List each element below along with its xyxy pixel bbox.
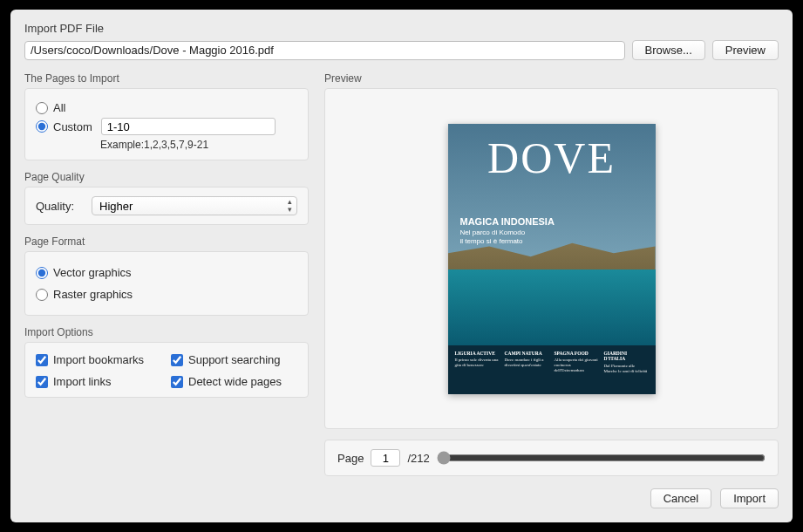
- page-slider[interactable]: [437, 451, 766, 465]
- cancel-button[interactable]: Cancel: [650, 488, 711, 508]
- pages-group: All Custom Example:1,2,3,5,7,9-21: [24, 88, 309, 160]
- file-row: Browse... Preview: [24, 40, 779, 60]
- radio-custom[interactable]: [36, 120, 48, 133]
- file-path-input[interactable]: [24, 41, 625, 60]
- page-number-input[interactable]: [371, 449, 400, 467]
- cover-tagline: MAGICA INDONESIA: [460, 216, 555, 227]
- check-wide-label: Detect wide pages: [188, 375, 282, 388]
- check-links-label: Import links: [53, 375, 111, 388]
- preview-area: DOVE MAGICA INDONESIA Nel parco di Komod…: [324, 88, 779, 429]
- custom-range-input[interactable]: [101, 118, 276, 135]
- pages-group-label: The Pages to Import: [24, 72, 309, 85]
- options-group: Import bookmarks Support searching Impor…: [24, 342, 309, 398]
- check-bookmarks-label: Import bookmarks: [53, 353, 144, 366]
- cover-thumbnail: DOVE MAGICA INDONESIA Nel parco di Komod…: [448, 124, 656, 394]
- import-pdf-dialog: Import PDF File Browse... Preview The Pa…: [10, 10, 793, 522]
- options-group-label: Import Options: [24, 326, 309, 338]
- radio-vector-label: Vector graphics: [53, 266, 132, 279]
- page-label: Page: [337, 452, 364, 465]
- page-total-label: /212: [407, 452, 429, 465]
- check-wide[interactable]: [171, 376, 183, 388]
- import-button[interactable]: Import: [720, 488, 779, 508]
- radio-all-label: All: [53, 101, 65, 114]
- quality-label: Quality:: [36, 200, 83, 213]
- footer: Cancel Import: [24, 488, 779, 508]
- range-example-label: Example:1,2,3,5,7,9-21: [100, 139, 297, 151]
- radio-raster[interactable]: [36, 289, 48, 301]
- radio-custom-label: Custom: [53, 120, 92, 133]
- check-links[interactable]: [36, 376, 48, 388]
- cover-title: DOVE: [448, 133, 656, 183]
- dialog-title: Import PDF File: [24, 22, 779, 35]
- radio-all[interactable]: [36, 102, 48, 114]
- cover-tagline2: Nel parco di Komodo il tempo si è fermat…: [460, 228, 526, 247]
- check-searching-label: Support searching: [188, 353, 281, 366]
- format-group: Vector graphics Raster graphics: [24, 251, 309, 316]
- quality-select[interactable]: Higher: [92, 196, 297, 215]
- preview-button[interactable]: Preview: [712, 40, 779, 60]
- radio-raster-label: Raster graphics: [53, 288, 133, 301]
- check-searching[interactable]: [171, 354, 183, 366]
- radio-vector[interactable]: [36, 267, 48, 279]
- format-group-label: Page Format: [24, 235, 309, 248]
- preview-group-label: Preview: [324, 72, 779, 85]
- check-bookmarks[interactable]: [36, 354, 48, 366]
- quality-group-label: Page Quality: [24, 171, 309, 183]
- quality-group: Quality: Higher ▴▾: [24, 187, 309, 225]
- browse-button[interactable]: Browse...: [632, 40, 705, 60]
- pager-group: Page /212: [324, 440, 779, 476]
